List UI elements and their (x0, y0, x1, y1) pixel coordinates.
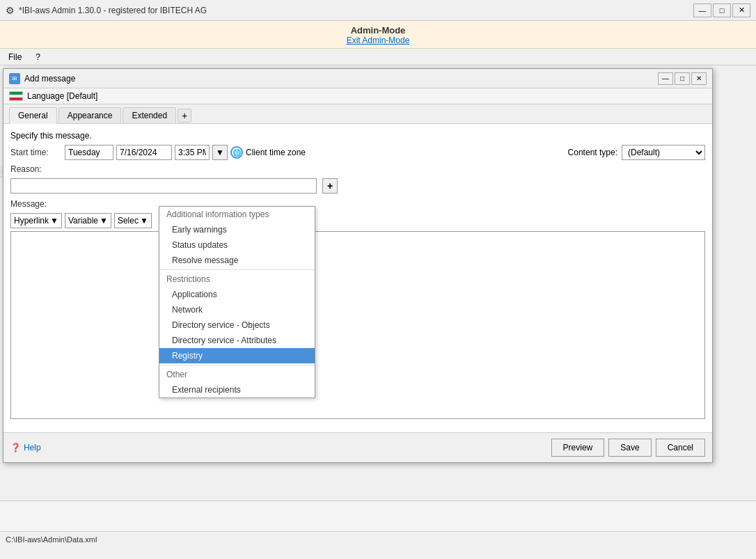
time-input[interactable] (175, 145, 210, 160)
dialog-content: Specify this message. Start time: ▼ 🌐 Cl… (3, 124, 712, 432)
start-time-row: Start time: ▼ 🌐 Client time zone Content… (10, 145, 705, 160)
close-app-button[interactable]: ✕ (732, 3, 750, 17)
date-input[interactable] (116, 145, 172, 160)
hyperlink-dropdown[interactable]: Hyperlink ▼ (10, 213, 62, 228)
add-tab-button[interactable]: + (178, 109, 191, 123)
variable-dropdown[interactable]: Variable ▼ (65, 213, 111, 228)
app-title: *IBI-aws Admin 1.30.0 - registered for I… (19, 6, 207, 15)
message-label: Message: (10, 199, 59, 209)
message-toolbar: Hyperlink ▼ Variable ▼ Selec ▼ (10, 213, 705, 228)
section-header-restrictions: Restrictions (159, 271, 315, 287)
admin-banner: Admin-Mode Exit Admin-Mode (0, 21, 756, 49)
dialog-icon: ✉ (9, 73, 20, 84)
exit-admin-mode-link[interactable]: Exit Admin-Mode (0, 36, 756, 45)
help-icon: ❓ (10, 443, 21, 452)
menu-help[interactable]: ? (30, 51, 46, 63)
divider-1 (159, 269, 315, 270)
select-dropdown[interactable]: Selec ▼ (114, 213, 152, 228)
dropdown-item-early-warnings[interactable]: Early warnings (159, 222, 315, 237)
language-flag-icon (9, 91, 23, 101)
reason-input[interactable] (10, 178, 317, 194)
day-input[interactable] (65, 145, 113, 160)
divider-2 (159, 365, 315, 365)
additional-info-dropdown-menu: Additional information types Early warni… (159, 206, 315, 398)
title-bar: ⚙ *IBI-aws Admin 1.30.0 - registered for… (0, 0, 756, 21)
message-label-row: Message: (10, 199, 705, 209)
save-button[interactable]: Save (608, 439, 651, 457)
cancel-button[interactable]: Cancel (656, 439, 705, 457)
datetime-group: ▼ 🌐 Client time zone (65, 145, 306, 160)
dropdown-item-directory-attributes[interactable]: Directory service - Attributes (159, 333, 315, 348)
footer-buttons: Preview Save Cancel (551, 439, 705, 457)
dropdown-item-directory-objects[interactable]: Directory service - Objects (159, 317, 315, 333)
reason-input-row: + (10, 178, 705, 194)
content-type-label: Content type: (568, 148, 617, 157)
language-bar: Language [Default] (3, 88, 712, 104)
dropdown-item-registry[interactable]: Registry (159, 348, 315, 363)
dialog-titlebar: ✉ Add message — □ ✕ (3, 69, 712, 88)
dropdown-item-network[interactable]: Network (159, 302, 315, 317)
specify-row: Specify this message. (10, 131, 705, 141)
reason-section: Reason: + (10, 164, 705, 194)
section-header-other: Other (159, 367, 315, 382)
content-type-group: Content type: (Default) (568, 145, 705, 160)
menu-bar: File ? (0, 49, 756, 65)
preview-button[interactable]: Preview (551, 439, 605, 457)
reason-label: Reason: (10, 164, 59, 174)
dropdown-item-status-updates[interactable]: Status updates (159, 237, 315, 253)
tab-extended[interactable]: Extended (123, 107, 176, 123)
timezone-label: Client time zone (246, 148, 306, 157)
dialog-footer: ❓ Help Preview Save Cancel (3, 432, 712, 462)
dialog-title-controls: — □ ✕ (658, 72, 707, 85)
minimize-button[interactable]: — (693, 3, 711, 17)
tab-general[interactable]: General (9, 107, 57, 124)
section-header-additional-info: Additional information types (159, 207, 315, 222)
timezone-icon: 🌐 (230, 146, 243, 159)
dialog-close-button[interactable]: ✕ (691, 72, 707, 85)
maximize-button[interactable]: □ (713, 3, 731, 17)
message-textarea[interactable] (10, 231, 705, 419)
dropdown-item-applications[interactable]: Applications (159, 287, 315, 302)
reason-row: Reason: (10, 164, 705, 174)
title-controls: — □ ✕ (693, 3, 750, 17)
help-link[interactable]: ❓ Help (10, 443, 41, 452)
bottom-panel (0, 501, 756, 531)
language-label: Language [Default] (27, 91, 97, 101)
message-section: Message: Hyperlink ▼ Variable ▼ Selec ▼ (10, 199, 705, 421)
specify-label: Specify this message. (10, 131, 92, 141)
admin-mode-label: Admin-Mode (0, 25, 756, 36)
dialog-title: Add message (24, 74, 75, 84)
add-message-dialog: ✉ Add message — □ ✕ Language [Default] G… (3, 68, 713, 463)
reason-add-button[interactable]: + (322, 178, 338, 194)
time-dropdown-button[interactable]: ▼ (212, 145, 228, 160)
start-time-label: Start time: (10, 148, 59, 157)
dropdown-item-external-recipients[interactable]: External recipients (159, 382, 315, 397)
status-path: C:\IBI-aws\Admin\Data.xml (6, 535, 97, 544)
menu-file[interactable]: File (3, 51, 27, 63)
dialog-minimize-button[interactable]: — (658, 72, 673, 85)
help-label: Help (24, 443, 41, 452)
status-bar: C:\IBI-aws\Admin\Data.xml (0, 531, 756, 546)
dropdown-item-resolve-message[interactable]: Resolve message (159, 253, 315, 268)
tabs-bar: General Appearance Extended + (3, 104, 712, 124)
dialog-maximize-button[interactable]: □ (675, 72, 690, 85)
tab-appearance[interactable]: Appearance (58, 107, 122, 123)
content-type-select[interactable]: (Default) (622, 145, 705, 160)
